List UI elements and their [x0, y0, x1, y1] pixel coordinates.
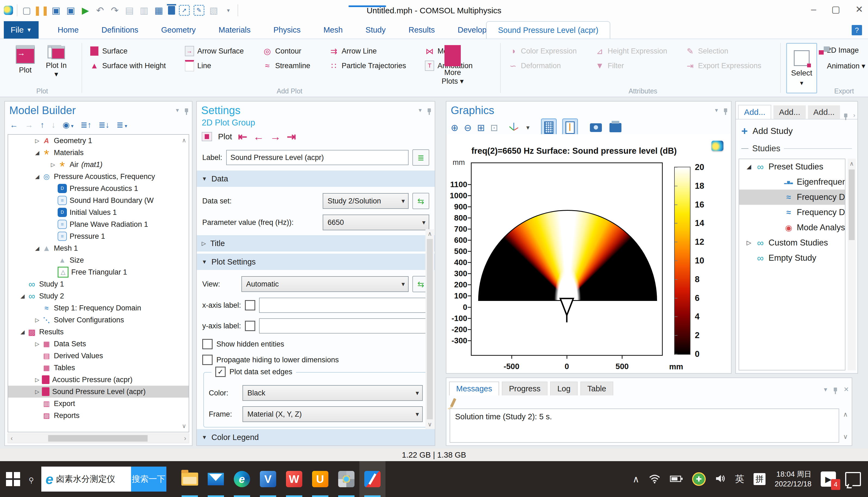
ribbon-tab[interactable]: Home	[46, 21, 90, 39]
xaxis-checkbox[interactable]	[245, 300, 255, 310]
tree-item[interactable]: Plane Wave Radiation 1	[8, 218, 189, 230]
add-plot-item[interactable]: → Arrow Surface	[185, 46, 261, 56]
messages-log[interactable]: Solution time (Study 2): 5 s.	[450, 409, 839, 443]
export-animation[interactable]: Animation ▾	[824, 62, 865, 70]
tree-item[interactable]: ▷ Solver Configurations	[8, 314, 189, 326]
tree-expander[interactable]: ▷	[33, 317, 41, 323]
ribbon-tab[interactable]: Geometry	[150, 21, 207, 39]
yaxis-checkbox[interactable]	[245, 321, 255, 331]
pin-icon[interactable]	[844, 114, 848, 117]
study-item[interactable]: Mode Analysis	[739, 220, 845, 235]
plot-in-button[interactable]: Plot In ▾	[44, 45, 69, 79]
close-button[interactable]: ✕	[855, 4, 863, 15]
scroll-up-icon[interactable]: ∧	[843, 411, 848, 418]
tree-expander[interactable]: ▷	[49, 161, 57, 168]
antivirus-tray-icon[interactable]: ✚	[692, 472, 706, 486]
label-input[interactable]: Sound Pressure Level (acpr)	[226, 150, 409, 165]
tree-item[interactable]: Pressure 1	[8, 230, 189, 242]
panel-menu-icon[interactable]: ▾	[715, 107, 718, 114]
more-tabs-icon[interactable]: ›	[853, 112, 855, 119]
file-menu-button[interactable]: File▼	[4, 21, 39, 39]
app-file-explorer[interactable]	[177, 461, 203, 497]
tree-expander[interactable]: ◢	[33, 150, 41, 156]
tree-item[interactable]: Export	[8, 398, 189, 410]
tree-item[interactable]: ▷ Geometry 1	[8, 135, 189, 147]
add-plot-item[interactable]: Line	[185, 61, 261, 70]
goto-source-button[interactable]: ⇆	[412, 193, 429, 209]
ime-mode[interactable]: 拼	[754, 473, 766, 485]
panel-menu-icon[interactable]: ▾	[419, 107, 422, 114]
param-select[interactable]: 6650	[323, 215, 429, 230]
ribbon-tab[interactable]: Results	[397, 21, 446, 39]
plot-action[interactable]: Plot	[218, 132, 232, 141]
scroll-down-icon[interactable]: ∨	[428, 421, 432, 428]
tree-expander[interactable]: ◢	[33, 245, 41, 252]
scroll-right-icon[interactable]: ›	[181, 435, 189, 442]
next-solution-icon[interactable]: →	[270, 131, 281, 143]
more-plots-button[interactable]: More Plots ▾	[438, 45, 468, 86]
ribbon-tab-active[interactable]: Sound Pressure Level (acpr)	[486, 21, 610, 39]
tree-item[interactable]: Derived Values	[8, 350, 189, 362]
app-edge[interactable]: e	[229, 461, 255, 497]
print-icon[interactable]	[609, 123, 621, 132]
zoom-box-icon[interactable]: ⊞	[477, 122, 485, 133]
ribbon-tab[interactable]: Mesh	[312, 21, 354, 39]
messages-tab[interactable]: Log	[550, 382, 577, 395]
zoom-extents-icon[interactable]: ⊡	[491, 122, 498, 133]
section-title[interactable]: ▷Title	[197, 235, 435, 252]
tree-item[interactable]: ◢ Pressure Acoustics, Frequency	[8, 171, 189, 183]
search-query[interactable]: 卤素水分测定仪	[56, 473, 131, 485]
app-media-player[interactable]	[333, 461, 359, 497]
section-color-legend[interactable]: ▼Color Legend	[197, 429, 435, 445]
tree-item[interactable]: ▷ Air (mat1)	[8, 159, 189, 171]
previous-solution-icon[interactable]: ←	[253, 131, 264, 143]
tree-item[interactable]: ▷ Acoustic Pressure (acpr)	[8, 374, 189, 386]
ime-language[interactable]: 英	[735, 473, 744, 485]
plot-button[interactable]: Plot	[16, 45, 35, 79]
graphics-canvas[interactable]: freq(2)=6650 Hz Surface: Sound pressure …	[447, 134, 730, 373]
color-select[interactable]: Black	[243, 385, 423, 401]
add-plot-item[interactable]: ⇉ Arrow Line	[329, 46, 423, 56]
tree-expander[interactable]: ◢	[744, 163, 754, 170]
app-mail[interactable]	[203, 461, 229, 497]
axis-dropdown-icon[interactable]: ▼	[525, 125, 531, 131]
scroll-up-icon[interactable]: ∧	[428, 230, 432, 237]
tree-item[interactable]: ▷ Data Sets	[8, 338, 189, 350]
first-solution-icon[interactable]: ⇤	[238, 130, 247, 143]
tree-item[interactable]: ◢ Mesh 1	[8, 242, 189, 254]
tree-item[interactable]: ◢ Materials	[8, 147, 189, 159]
section-data[interactable]: ▼Data	[197, 171, 435, 187]
back-icon[interactable]: ←	[10, 120, 18, 130]
wifi-icon[interactable]	[649, 474, 661, 484]
hidden-icons-chevron[interactable]: ∧	[633, 474, 639, 484]
panel-menu-icon[interactable]: ▾	[824, 386, 827, 393]
add-plot-item[interactable]: ≈ Streamline	[263, 61, 327, 70]
expand-icon[interactable]: ≣↓	[98, 120, 109, 130]
add-plot-item[interactable]: ◎ Contour	[263, 46, 327, 56]
pin-icon[interactable]	[834, 387, 837, 392]
ribbon-tab[interactable]: Definitions	[90, 21, 150, 39]
panel-tab[interactable]: Add...	[738, 105, 771, 119]
horizontal-scrollbar[interactable]: ‹ ›	[8, 434, 189, 443]
tree-item[interactable]: Reports	[8, 410, 189, 422]
zoom-in-icon[interactable]: ⊕	[451, 122, 459, 133]
volume-icon[interactable]	[715, 474, 726, 484]
tree-item[interactable]: Tables	[8, 362, 189, 374]
ribbon-tab[interactable]: Study	[354, 21, 397, 39]
action-center-icon[interactable]	[845, 472, 861, 486]
player-tray-icon[interactable]: ▶4	[821, 471, 836, 487]
tree-expander[interactable]: ▷	[33, 138, 41, 144]
propagate-checkbox[interactable]	[202, 355, 212, 365]
zoom-out-icon[interactable]: ⊖	[464, 122, 472, 133]
help-button[interactable]: ?	[852, 25, 862, 35]
tree-item[interactable]: Sound Hard Boundary (W	[8, 195, 189, 207]
app-comsol-active[interactable]	[359, 461, 385, 497]
study-item[interactable]: ◢ Preset Studies	[739, 159, 845, 174]
start-button[interactable]	[6, 472, 20, 486]
tree-item[interactable]: Initial Values 1	[8, 207, 189, 218]
tree-item[interactable]: Size	[8, 254, 189, 266]
edges-checkbox[interactable]: ✓	[215, 367, 226, 377]
show-icon[interactable]: ◉ ▾	[63, 120, 73, 130]
messages-tab[interactable]: Table	[580, 382, 613, 395]
view-select[interactable]: Automatic	[242, 276, 409, 292]
